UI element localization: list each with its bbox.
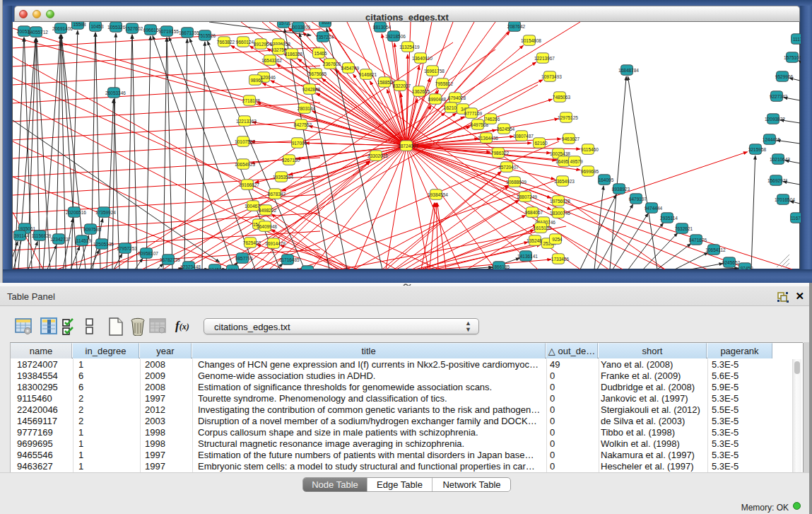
svg-text:97450: 97450 xyxy=(740,266,753,269)
svg-text:1362615: 1362615 xyxy=(412,89,430,94)
svg-text:9227342: 9227342 xyxy=(770,94,788,99)
svg-text:23302015: 23302015 xyxy=(367,153,388,158)
svg-text:9474444: 9474444 xyxy=(645,206,663,211)
svg-text:12213967: 12213967 xyxy=(534,56,555,61)
svg-text:9529966: 9529966 xyxy=(775,74,794,79)
svg-text:2718176: 2718176 xyxy=(242,98,261,103)
svg-text:16409948: 16409948 xyxy=(257,224,277,229)
svg-text:391144: 391144 xyxy=(14,233,30,238)
svg-text:12213363: 12213363 xyxy=(236,119,257,124)
svg-text:746266: 746266 xyxy=(485,117,500,122)
svg-text:10807487: 10807487 xyxy=(513,134,534,139)
svg-text:9463627: 9463627 xyxy=(562,136,580,141)
svg-text:2367608: 2367608 xyxy=(323,62,341,66)
svg-text:8637: 8637 xyxy=(322,22,332,25)
svg-text:6794028: 6794028 xyxy=(448,95,466,100)
svg-text:7986322: 7986322 xyxy=(491,151,510,156)
svg-text:9097586: 9097586 xyxy=(83,227,102,232)
svg-text:98961: 98961 xyxy=(250,78,263,83)
svg-text:20206516: 20206516 xyxy=(66,210,86,215)
svg-text:924502: 924502 xyxy=(209,267,225,269)
svg-text:15598: 15598 xyxy=(73,22,86,27)
svg-text:10973493: 10973493 xyxy=(541,74,562,79)
svg-text:21364436: 21364436 xyxy=(478,136,498,141)
svg-text:1615132: 1615132 xyxy=(534,226,552,230)
svg-text:7485063: 7485063 xyxy=(553,95,571,100)
svg-text:8186328: 8186328 xyxy=(285,52,303,57)
svg-text:5675685: 5675685 xyxy=(309,71,327,76)
svg-text:7357224: 7357224 xyxy=(316,35,334,40)
svg-text:11716485: 11716485 xyxy=(279,257,300,262)
svg-text:9857791: 9857791 xyxy=(235,256,254,261)
svg-text:6479197: 6479197 xyxy=(629,197,647,201)
svg-text:16671355: 16671355 xyxy=(179,30,199,35)
svg-text:116753: 116753 xyxy=(791,216,801,221)
svg-text:10958107: 10958107 xyxy=(138,251,158,256)
svg-text:3498222: 3498222 xyxy=(259,208,277,213)
svg-text:26053346: 26053346 xyxy=(105,90,126,95)
svg-text:9115460: 9115460 xyxy=(581,147,599,152)
svg-text:17359924: 17359924 xyxy=(95,210,116,215)
svg-text:16914479: 16914479 xyxy=(265,241,286,246)
svg-text:52114: 52114 xyxy=(228,268,241,269)
svg-text:12093822: 12093822 xyxy=(765,117,785,122)
svg-text:11171: 11171 xyxy=(793,37,801,42)
svg-text:16961758: 16961758 xyxy=(424,69,445,74)
svg-text:1866185: 1866185 xyxy=(492,264,510,269)
svg-text:7955812: 7955812 xyxy=(435,81,454,86)
svg-text:49579: 49579 xyxy=(570,159,582,164)
svg-text:13640910: 13640910 xyxy=(412,56,433,61)
svg-text:12342737: 12342737 xyxy=(50,237,71,242)
svg-text:8471676: 8471676 xyxy=(689,238,707,243)
svg-text:12505135: 12505135 xyxy=(93,242,114,247)
svg-text:10654112: 10654112 xyxy=(705,247,726,252)
svg-text:114519: 114519 xyxy=(76,238,92,243)
svg-text:8454749: 8454749 xyxy=(341,66,360,71)
svg-text:10654923: 10654923 xyxy=(235,162,255,167)
svg-text:18300746: 18300746 xyxy=(550,211,570,216)
svg-text:19756928: 19756928 xyxy=(550,199,570,204)
svg-text:9146821: 9146821 xyxy=(359,72,377,77)
svg-text:8990448: 8990448 xyxy=(428,97,447,102)
svg-text:7663822: 7663822 xyxy=(217,40,235,45)
svg-text:15751074: 15751074 xyxy=(784,55,801,60)
svg-text:10453: 10453 xyxy=(90,24,103,29)
svg-text:19353594: 19353594 xyxy=(273,175,293,180)
svg-text:10154808: 10154808 xyxy=(521,38,541,43)
svg-text:2803144: 2803144 xyxy=(298,106,316,111)
svg-text:9254: 9254 xyxy=(552,237,563,242)
svg-text:19384554: 19384554 xyxy=(428,192,448,197)
svg-text:8813054: 8813054 xyxy=(373,25,392,30)
svg-text:3267130: 3267130 xyxy=(282,158,300,163)
svg-text:8427552: 8427552 xyxy=(294,122,312,127)
svg-text:10033809: 10033809 xyxy=(290,25,310,30)
svg-text:62160: 62160 xyxy=(534,141,547,146)
svg-text:15692971: 15692971 xyxy=(767,178,788,183)
svg-text:12323448: 12323448 xyxy=(180,264,201,269)
svg-text:9411: 9411 xyxy=(305,269,314,269)
svg-text:8938923: 8938923 xyxy=(612,187,630,192)
svg-text:18724007: 18724007 xyxy=(398,144,418,148)
svg-text:1733426: 1733426 xyxy=(551,257,570,262)
svg-text:164095: 164095 xyxy=(599,177,614,182)
svg-text:9660124: 9660124 xyxy=(236,40,254,45)
svg-text:2935114: 2935114 xyxy=(660,216,678,221)
svg-text:10719155: 10719155 xyxy=(158,29,179,34)
svg-text:9245652: 9245652 xyxy=(722,260,741,265)
svg-text:10210643: 10210643 xyxy=(770,157,790,162)
svg-text:8678342: 8678342 xyxy=(268,192,286,197)
svg-text:9242848: 9242848 xyxy=(302,87,321,92)
svg-text:7632621: 7632621 xyxy=(675,226,693,231)
svg-text:17957253: 17957253 xyxy=(117,246,137,251)
svg-text:11325419: 11325419 xyxy=(399,45,420,49)
svg-text:17016504: 17016504 xyxy=(775,197,795,202)
svg-text:7515526: 7515526 xyxy=(198,33,216,38)
svg-text:9699695: 9699695 xyxy=(581,169,599,174)
svg-text:10025438: 10025438 xyxy=(550,151,570,156)
svg-text:8322037: 8322037 xyxy=(393,83,411,88)
svg-text:3624554: 3624554 xyxy=(497,127,515,132)
svg-text:16543362: 16543362 xyxy=(261,58,282,63)
svg-text:10107552: 10107552 xyxy=(235,139,255,144)
svg-text:1244415: 1244415 xyxy=(763,137,781,142)
svg-text:12975125: 12975125 xyxy=(558,115,578,120)
